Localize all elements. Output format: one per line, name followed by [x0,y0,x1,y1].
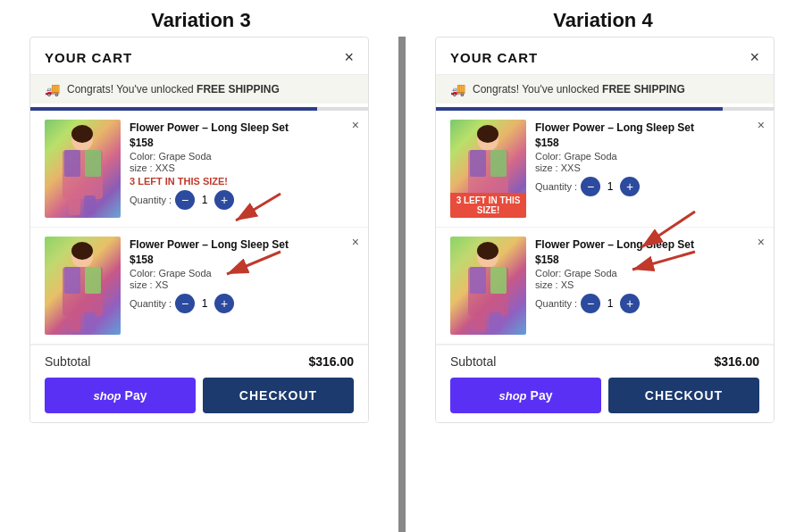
cart3-header: YOUR CART × [30,37,368,75]
item1-color-v4: Color: Grape Soda [535,151,759,162]
cart4-close-button[interactable]: × [750,48,759,67]
cart3-footer: Subtotal $316.00 shop Pay CHECKOUT [30,345,368,422]
item1-size-v3: size : XXS [130,162,354,173]
qty-label-v4-1: Quantity : [535,181,577,192]
page-header: Variation 3 Variation 4 [0,0,804,37]
svg-point-1 [71,125,93,143]
cart4-item-2: Flower Power – Long Sleep Set $158 Color… [436,228,774,345]
subtotal-row-v3: Subtotal $316.00 [45,354,354,369]
svg-rect-11 [85,267,101,294]
qty-minus-v4-1[interactable]: − [581,177,600,196]
variation4-heading: Variation 4 [402,9,804,32]
variation4-cart-panel: YOUR CART × 🚚 Congrats! You've unlocked … [435,37,775,423]
svg-point-8 [71,242,93,260]
cart3-item2-details: Flower Power – Long Sleep Set $158 Color… [130,237,354,335]
qty-minus-v3-1[interactable]: − [175,190,195,210]
item1-color-v3: Color: Grape Soda [130,151,354,162]
pay-label-v3: Pay [125,388,147,403]
svg-rect-21 [470,150,486,177]
item2-close-v4[interactable]: × [758,235,765,249]
cart3-items: Flower Power – Long Sleep Set $158 Color… [30,111,368,345]
shipping-text3: Congrats! You've unlocked FREE SHIPPING [67,83,280,96]
item2-name-v3: Flower Power – Long Sleep Set [130,238,354,251]
main-content: YOUR CART × 🚚 Congrats! You've unlocked … [0,37,804,532]
item2-qty-row-v4: Quantity : − 1 + [535,294,759,313]
checkout-button-v3[interactable]: CHECKOUT [203,378,354,413]
cart3-item1-details: Flower Power – Long Sleep Set $158 Color… [130,120,354,218]
svg-rect-4 [85,150,101,177]
truck-icon: 🚚 [45,82,60,96]
item1-price-v3: $158 [130,137,354,149]
free-shipping-label4: FREE SHIPPING [599,83,685,96]
cart3-shipping-banner: 🚚 Congrats! You've unlocked FREE SHIPPIN… [30,75,368,104]
shipping-text4: Congrats! You've unlocked FREE SHIPPING [473,83,685,96]
qty-plus-v3-2[interactable]: + [214,294,234,313]
cart3-title: YOUR CART [45,50,132,65]
product-image-2-v4 [450,237,526,335]
action-buttons-v4: shop Pay CHECKOUT [450,378,759,413]
item2-price-v4: $158 [535,254,759,266]
scarcity-badge-v4: 3 LEFT IN THIS SIZE! [450,193,526,218]
item2-size-v4: size : XS [535,279,759,290]
product-image-2-v3 [45,237,121,335]
svg-rect-3 [64,150,80,177]
svg-rect-5 [69,195,80,215]
qty-minus-v4-2[interactable]: − [581,294,600,313]
svg-rect-12 [69,312,80,332]
item2-close-v3[interactable]: × [352,235,359,249]
cart4-header: YOUR CART × [436,37,774,75]
product-image-1-v3 [45,120,121,218]
variation3-cart-panel: YOUR CART × 🚚 Congrats! You've unlocked … [29,37,369,423]
cart4-item-1: 3 LEFT IN THIS SIZE! Flower Power – Long… [436,111,774,228]
qty-plus-v4-1[interactable]: + [620,177,640,196]
cart4-items: 3 LEFT IN THIS SIZE! Flower Power – Long… [436,111,774,345]
item2-color-v4: Color: Grape Soda [535,268,759,278]
item2-qty-row-v3: Quantity : − 1 + [130,294,354,313]
qty-plus-v4-2[interactable]: + [620,294,640,313]
free-shipping-label3: FREE SHIPPING [194,83,280,96]
svg-point-19 [477,125,498,143]
shop-logo-v3: shop [94,389,121,403]
item1-scarcity-v3: 3 LEFT IN THIS SIZE! [130,176,354,187]
svg-rect-28 [470,267,486,294]
truck-icon-v4: 🚚 [450,82,465,96]
item2-color-v3: Color: Grape Soda [130,268,354,278]
action-buttons-v3: shop Pay CHECKOUT [45,378,354,413]
item2-name-v4: Flower Power – Long Sleep Set [535,238,759,251]
qty-plus-v3-1[interactable]: + [214,190,234,210]
item1-name-v3: Flower Power – Long Sleep Set [130,121,354,134]
item2-size-v3: size : XS [130,279,354,290]
qty-label-v3-1: Quantity : [130,195,172,205]
subtotal-amount-v4: $316.00 [714,354,759,369]
variation4-container: YOUR CART × 🚚 Congrats! You've unlocked … [406,37,804,532]
variation3-heading: Variation 3 [0,9,402,32]
svg-rect-10 [64,267,80,294]
checkout-button-v4[interactable]: CHECKOUT [608,378,759,413]
shoppay-button-v3[interactable]: shop Pay [45,378,196,413]
variation3-container: YOUR CART × 🚚 Congrats! You've unlocked … [0,37,398,532]
qty-num-v4-2: 1 [604,297,616,310]
svg-rect-29 [490,267,507,294]
cart4-footer: Subtotal $316.00 shop Pay CHECKOUT [436,345,774,422]
item1-close-v4[interactable]: × [758,118,765,132]
svg-rect-22 [490,150,507,177]
qty-minus-v3-2[interactable]: − [175,294,195,313]
item2-price-v3: $158 [130,254,354,266]
svg-rect-6 [84,195,96,215]
svg-point-26 [477,242,498,260]
cart4-shipping-banner: 🚚 Congrats! You've unlocked FREE SHIPPIN… [436,75,774,104]
item1-qty-row-v4: Quantity : − 1 + [535,177,759,196]
cart4-item2-details: Flower Power – Long Sleep Set $158 Color… [535,237,759,335]
subtotal-label-v3: Subtotal [45,354,90,369]
cart4-title: YOUR CART [450,50,538,65]
cart3-item-1: Flower Power – Long Sleep Set $158 Color… [30,111,368,228]
variation-divider [398,37,406,532]
shoppay-button-v4[interactable]: shop Pay [450,378,601,413]
product-image-1-v4: 3 LEFT IN THIS SIZE! [450,120,526,218]
svg-rect-31 [490,312,501,332]
item1-price-v4: $158 [535,137,759,149]
cart4-item1-details: Flower Power – Long Sleep Set $158 Color… [535,120,759,218]
shop-logo-v4: shop [499,389,527,403]
cart3-close-button[interactable]: × [344,48,354,67]
item1-close-v3[interactable]: × [352,118,359,132]
